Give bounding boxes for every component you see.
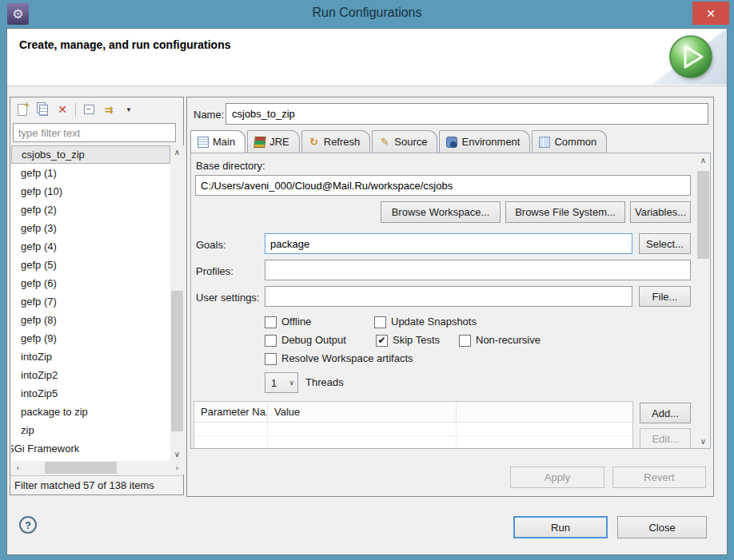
tab-source[interactable]: ✎ Source	[372, 130, 437, 153]
help-button[interactable]: ?	[19, 516, 37, 534]
list-horizontal-scrollbar[interactable]: ‹ ›	[11, 461, 184, 475]
status-separator	[10, 475, 183, 476]
skip-tests-checkbox[interactable]: ✔	[376, 335, 388, 347]
tab-label: Source	[394, 136, 427, 148]
tab-jre[interactable]: JRE	[247, 130, 300, 153]
select-goals-button[interactable]: Select...	[639, 233, 691, 254]
user-settings-input[interactable]	[265, 286, 632, 307]
update-snapshots-checkbox[interactable]	[374, 316, 386, 328]
refresh-tab-icon: ↻	[309, 137, 320, 148]
tab-common[interactable]: Common	[532, 130, 607, 153]
debug-output-label[interactable]: Debug Output	[281, 334, 346, 346]
table-header-row: Parameter Na... Value	[194, 402, 632, 423]
tab-refresh[interactable]: ↻ Refresh	[301, 130, 371, 153]
non-recursive-label[interactable]: Non-recursive	[476, 334, 541, 346]
table-row	[194, 436, 632, 449]
collapse-all-icon[interactable]: −	[82, 102, 96, 117]
offline-checkbox[interactable]	[265, 316, 277, 328]
list-item[interactable]: gefp (3)	[11, 219, 170, 237]
list-item[interactable]: gefp (2)	[11, 201, 170, 219]
list-item[interactable]: gefp (8)	[11, 311, 170, 329]
minus-icon: −	[84, 105, 94, 114]
toolbar-separator	[75, 103, 76, 117]
non-recursive-checkbox[interactable]	[459, 335, 471, 347]
list-item[interactable]: gefp (4)	[11, 237, 170, 256]
base-directory-input[interactable]	[195, 175, 691, 196]
run-banner-icon	[668, 34, 715, 80]
header-heading: Create, manage, and run configurations	[19, 38, 231, 51]
window-title: Run Configurations	[0, 6, 734, 20]
document-shape	[39, 105, 48, 116]
scroll-down-icon[interactable]: ∨	[170, 447, 184, 461]
scroll-up-icon[interactable]: ∧	[170, 145, 184, 159]
dialog-header: Create, manage, and run configurations	[6, 28, 728, 85]
list-item[interactable]: csjobs_to_zip	[11, 145, 170, 164]
debug-output-checkbox[interactable]	[265, 335, 277, 347]
variables-button[interactable]: Variables...	[630, 201, 691, 223]
resolve-workspace-artifacts-checkbox[interactable]	[265, 353, 277, 365]
configurations-panel: + ✕ − ⇉ ▼ csjobs_to_zip gefp (1) gefp (1…	[10, 97, 184, 495]
profiles-input[interactable]	[265, 260, 691, 280]
list-item[interactable]: gefp (9)	[11, 329, 170, 348]
add-parameter-button[interactable]: Add...	[640, 403, 691, 423]
list-item[interactable]: SGi Framework	[11, 439, 166, 458]
configuration-detail-panel: Name: Main JRE ↻ Refresh ✎ Source Enviro…	[186, 97, 714, 497]
configurations-toolbar: + ✕ − ⇉ ▼	[10, 97, 183, 121]
content-vertical-scrollbar[interactable]: ∧ ∨	[696, 153, 710, 448]
update-snapshots-label[interactable]: Update Snapshots	[391, 316, 477, 328]
main-tab-content: Base directory: Browse Workspace... Brow…	[190, 153, 711, 449]
tab-environment[interactable]: Environment	[439, 130, 530, 153]
tab-label: Main	[213, 136, 235, 148]
new-configuration-icon[interactable]: +	[15, 102, 30, 117]
threads-select[interactable]: 1 ∨	[265, 372, 298, 393]
close-button[interactable]: Close	[617, 516, 707, 538]
list-item[interactable]: gefp (1)	[11, 164, 170, 182]
resolve-workspace-artifacts-label[interactable]: Resolve Workspace artifacts	[281, 352, 413, 364]
scroll-right-icon[interactable]: ›	[170, 461, 184, 475]
scroll-up-icon[interactable]: ∧	[696, 153, 710, 167]
list-item[interactable]: intoZip2	[11, 366, 170, 384]
parameter-name-column-header[interactable]: Parameter Na...	[194, 402, 268, 422]
browse-file-system-button[interactable]: Browse File System...	[505, 201, 625, 223]
scroll-left-icon[interactable]: ‹	[11, 461, 25, 475]
threads-value: 1	[265, 377, 289, 389]
list-vertical-scrollbar[interactable]: ∧ ∨	[170, 145, 184, 461]
run-button[interactable]: Run	[513, 516, 608, 538]
file-button[interactable]: File...	[639, 286, 691, 307]
name-label: Name:	[193, 109, 224, 121]
value-column-header[interactable]: Value	[268, 402, 457, 422]
environment-tab-icon	[446, 137, 457, 148]
filter-launch-configurations-icon[interactable]: ⇉	[102, 102, 116, 117]
scrollbar-thumb[interactable]	[45, 462, 117, 474]
empty-column-header	[457, 402, 632, 422]
run-configurations-dialog: ⚙ Run Configurations ✕ Create, manage, a…	[0, 0, 734, 560]
list-item[interactable]: package to zip	[11, 403, 170, 421]
tab-label: Environment	[461, 136, 520, 148]
goals-input[interactable]	[265, 233, 632, 254]
list-item[interactable]: gefp (7)	[11, 292, 170, 311]
scrollbar-thumb[interactable]	[697, 171, 709, 259]
list-item[interactable]: gefp (6)	[11, 274, 170, 292]
plus-badge-icon: +	[25, 100, 30, 109]
scroll-down-icon[interactable]: ∨	[696, 435, 710, 448]
name-input[interactable]	[225, 103, 708, 125]
view-menu-dropdown-icon[interactable]: ▼	[122, 102, 136, 117]
browse-workspace-button[interactable]: Browse Workspace...	[381, 201, 501, 223]
filter-input[interactable]	[13, 123, 176, 142]
tab-bar: Main JRE ↻ Refresh ✎ Source Environment …	[190, 130, 607, 153]
offline-label[interactable]: Offline	[281, 316, 311, 328]
list-item[interactable]: gefp (10)	[11, 182, 170, 201]
list-item[interactable]: intoZip	[11, 348, 170, 366]
duplicate-configuration-icon[interactable]	[35, 102, 50, 117]
user-settings-label: User settings:	[196, 292, 259, 304]
list-item[interactable]: intoZip5	[11, 384, 170, 403]
list-item[interactable]: gefp (5)	[11, 256, 170, 274]
skip-tests-label[interactable]: Skip Tests	[393, 334, 440, 346]
delete-configuration-icon[interactable]: ✕	[55, 102, 70, 117]
tab-main[interactable]: Main	[190, 130, 245, 153]
scrollbar-thumb[interactable]	[171, 291, 183, 431]
list-item[interactable]: zip	[11, 421, 170, 439]
source-tab-icon: ✎	[379, 137, 390, 148]
close-window-button[interactable]: ✕	[692, 2, 729, 25]
filter-status-text: Filter matched 57 of 138 items	[14, 479, 154, 491]
